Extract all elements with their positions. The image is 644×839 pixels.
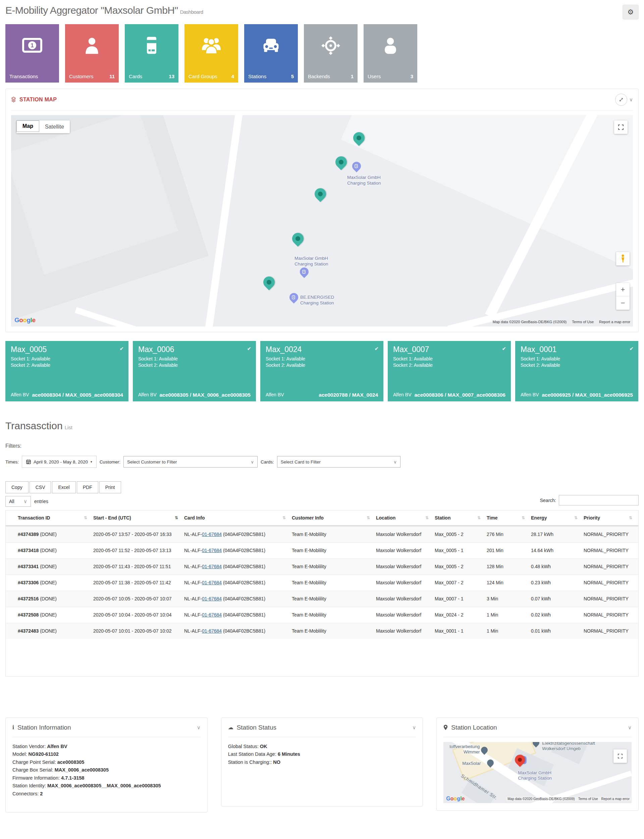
map-type-map-button[interactable]: Map	[16, 120, 39, 132]
tile-users[interactable]: Users3	[363, 24, 417, 82]
copy-button[interactable]: Copy	[5, 481, 28, 494]
info-icon: i	[12, 724, 14, 731]
station-card-max-0024[interactable]: Max_0024 ✔ Socket 1: AvailableSocket 2: …	[260, 341, 383, 401]
station-identity: ace0008306 / MAX_0007_ace0008306	[415, 392, 506, 398]
col-location[interactable]: Location⇅	[376, 510, 435, 525]
station-name: Max_0024	[266, 345, 378, 354]
search-input[interactable]	[559, 495, 639, 505]
card-link[interactable]: 01-67684	[202, 612, 222, 617]
svg-text:1: 1	[31, 42, 34, 49]
google-logo[interactable]: Google	[446, 796, 465, 802]
tile-count: 4	[232, 74, 234, 79]
terms-link[interactable]: Terms of Use	[572, 320, 594, 324]
station-pin[interactable]	[261, 274, 277, 290]
zoom-out-button[interactable]: −	[616, 296, 629, 310]
crosshair-icon	[320, 36, 341, 56]
station-location-map[interactable]: Schmidhamer Str. toffverarbeitungWimmer …	[444, 742, 632, 803]
col-customer-info[interactable]: Customer Info⇅	[292, 510, 376, 525]
card-icon	[141, 36, 162, 56]
collapse-chevron-icon[interactable]: ∨	[628, 725, 632, 730]
tile-cards[interactable]: Cards13	[125, 24, 179, 82]
collapse-chevron-icon[interactable]: ∨	[412, 725, 416, 730]
station-card-max-0007[interactable]: Max_0007 ✔ Socket 1: AvailableSocket 2: …	[388, 341, 511, 401]
card-filter-select[interactable]: Select Card to Filter ∨	[277, 456, 401, 467]
entries-per-page-select[interactable]: All ∨	[5, 496, 31, 507]
customer-filter-select[interactable]: Select Customer to Filter ∨	[123, 456, 258, 467]
table-row: #4373306 (DONE) 2020-05-07 11:38 - 2020-…	[6, 574, 638, 591]
pegman-icon	[620, 254, 626, 263]
station-cards: Max_0005 ✔ Socket 1: AvailableSocket 2: …	[5, 341, 639, 401]
card-link[interactable]: 01-67684	[202, 596, 222, 601]
tile-customers[interactable]: Customers11	[65, 24, 119, 82]
station-card-max-0001[interactable]: Max_0001 ✔ Socket 1: AvailableSocket 2: …	[515, 341, 638, 401]
card-link[interactable]: 01-67684	[202, 548, 222, 553]
tile-stations[interactable]: Stations5	[244, 24, 298, 82]
map-fullscreen-button[interactable]	[614, 120, 628, 134]
map-poi-label: toffverarbeitungWimmer	[445, 744, 480, 755]
report-error-link[interactable]: Report a map error	[599, 320, 630, 324]
map-poi-label: BE.ENERGISEDCharging Station	[300, 294, 334, 306]
collapse-chevron-icon[interactable]: ∨	[197, 725, 200, 730]
card-link[interactable]: 01-67684	[202, 531, 222, 537]
map-marker-icon	[444, 725, 448, 730]
filters-label: Filters:	[5, 443, 639, 449]
station-vendor: Alfen BV	[393, 392, 411, 397]
google-logo[interactable]: Google	[15, 316, 35, 324]
collapse-chevron-icon[interactable]: ∨	[629, 97, 633, 103]
station-identity: ace0008305 / MAX_0006_ace0008305	[159, 392, 251, 398]
col-time[interactable]: Time⇅	[487, 510, 531, 525]
station-pin[interactable]	[312, 186, 329, 202]
col-card-info[interactable]: Card Info⇅	[184, 510, 292, 525]
pdf-button[interactable]: PDF	[77, 481, 98, 494]
print-button[interactable]: Print	[99, 481, 121, 494]
station-map[interactable]: Map Satellite MaxSo	[11, 115, 633, 327]
charging-station-icon	[302, 270, 306, 274]
tile-label: Cards	[129, 74, 142, 79]
tile-backends[interactable]: Backends1	[304, 24, 358, 82]
csv-button[interactable]: CSV	[30, 481, 51, 494]
charging-poi-pin[interactable]	[298, 266, 310, 278]
map-type-satellite-button[interactable]: Satellite	[39, 120, 70, 133]
person-icon	[380, 36, 401, 56]
charging-poi-pin[interactable]	[288, 291, 300, 304]
socket-status: Socket 2: Available	[521, 362, 633, 369]
socket-status: Socket 2: Available	[266, 362, 378, 369]
settings-button[interactable]: ⚙	[623, 5, 639, 20]
sort-icon: ⇅	[522, 515, 525, 520]
station-pin[interactable]	[290, 230, 306, 247]
card-link[interactable]: 01-67684	[202, 564, 222, 569]
col-priority[interactable]: Priority⇅	[583, 510, 638, 525]
map-poi-label: MaxSolar GmbHCharging Station	[294, 255, 329, 267]
date-range-picker[interactable]: April 9, 2020 - May 8, 2020 ▾	[22, 456, 97, 468]
zoom-in-button[interactable]: +	[616, 283, 629, 296]
tile-card-groups[interactable]: Card Groups4	[184, 24, 238, 82]
report-error-link[interactable]: Report a map error	[601, 797, 629, 801]
col-start-end[interactable]: Start - End (UTC)⇅	[93, 510, 184, 525]
station-pin[interactable]	[333, 154, 349, 170]
col-transaction-id[interactable]: Transaction ID⇅	[6, 510, 93, 525]
tile-transactions[interactable]: 1 Transactions	[5, 24, 59, 82]
col-station[interactable]: Station⇅	[435, 510, 487, 525]
station-card-max-0005[interactable]: Max_0005 ✔ Socket 1: AvailableSocket 2: …	[5, 341, 128, 401]
charging-poi-pin[interactable]	[350, 160, 363, 173]
col-energy[interactable]: Energy⇅	[531, 510, 583, 525]
card-link[interactable]: 01-67684	[202, 580, 222, 585]
card-link[interactable]: 01-67684	[202, 628, 222, 633]
socket-status: Socket 1: Available	[266, 356, 378, 362]
station-card-max-0006[interactable]: Max_0006 ✔ Socket 1: AvailableSocket 2: …	[133, 341, 256, 401]
table-row: #4373341 (DONE) 2020-05-07 11:43 - 2020-…	[6, 558, 638, 574]
station-location-panel: Station Location ∨ Schmidhamer Str. toff…	[436, 717, 639, 811]
info-field: Model: NG920-61102	[12, 750, 200, 758]
tile-count: 5	[291, 74, 294, 79]
tile-count: 11	[109, 74, 115, 79]
expand-panel-button[interactable]	[615, 94, 627, 106]
pegman-control[interactable]	[616, 252, 629, 265]
excel-button[interactable]: Excel	[52, 481, 76, 494]
station-vendor: Alfen BV	[11, 392, 29, 397]
terms-link[interactable]: Terms of Use	[578, 797, 598, 801]
map-fullscreen-button[interactable]	[613, 749, 627, 763]
tile-count: 13	[169, 74, 174, 79]
chevron-down-icon: ∨	[251, 459, 254, 464]
map-attribution: Map data ©2020 GeoBasis-DE/BKG (©2009) T…	[493, 320, 630, 324]
info-field: Station Identity: MAX_0006_ace0008305__M…	[12, 782, 200, 790]
